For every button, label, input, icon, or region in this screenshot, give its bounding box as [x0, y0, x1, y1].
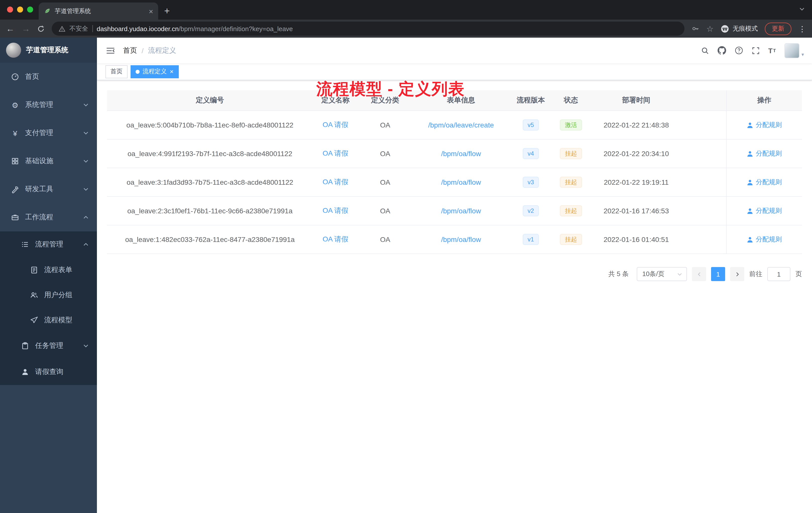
- person-icon: [21, 368, 29, 376]
- form-link[interactable]: /bpm/oa/flow: [441, 235, 481, 243]
- sidebar-item-label: 工作流程: [25, 213, 53, 222]
- definition-name-link[interactable]: OA 请假: [323, 149, 348, 158]
- font-size-icon[interactable]: TT: [768, 47, 776, 55]
- status-tag: 挂起: [560, 205, 582, 216]
- table-row: oa_leave:4:991f2193-7b7f-11ec-a3c8-acde4…: [107, 140, 802, 168]
- tab-search-chevron-icon[interactable]: [799, 6, 805, 12]
- definition-name-link[interactable]: OA 请假: [323, 178, 348, 187]
- form-link[interactable]: /bpm/oa/flow: [441, 178, 481, 186]
- col-header: 定义名称: [313, 90, 358, 111]
- tag-process-definition[interactable]: 流程定义 ×: [130, 65, 178, 78]
- window-controls: [7, 6, 33, 12]
- sidebar-item-process-form[interactable]: 流程表单: [0, 258, 97, 282]
- sidebar-item-dev-tools[interactable]: 研发工具: [0, 175, 97, 203]
- briefcase-icon: [11, 213, 19, 221]
- user-icon: [747, 150, 753, 157]
- fullscreen-icon[interactable]: [752, 47, 760, 55]
- sidebar-item-label: 流程模型: [44, 316, 72, 325]
- breadcrumb-home-link[interactable]: 首页: [123, 46, 137, 55]
- assign-rule-link[interactable]: 分配规则: [747, 206, 782, 215]
- tab-close-icon[interactable]: ×: [149, 7, 153, 15]
- sidebar-item-payment[interactable]: ¥ 支付管理: [0, 119, 97, 147]
- pagination: 共 5 条 10条/页 1 前往 页: [107, 267, 802, 281]
- definition-category: OA: [358, 140, 412, 168]
- form-link[interactable]: /bpm/oa/flow: [441, 150, 481, 158]
- form-link[interactable]: /bpm/oa/leave/create: [428, 121, 494, 129]
- tag-home[interactable]: 首页: [106, 65, 127, 78]
- deploy-time: 2022-01-22 20:34:10: [590, 140, 683, 168]
- chevron-up-icon: [83, 241, 89, 247]
- definition-name-link[interactable]: OA 请假: [323, 206, 348, 215]
- page-size-select[interactable]: 10条/页: [637, 267, 687, 281]
- forward-button[interactable]: →: [22, 24, 30, 33]
- grid-icon: [11, 157, 19, 165]
- col-header: 定义编号: [107, 90, 313, 111]
- sidebar-item-task-management[interactable]: 任务管理: [0, 333, 97, 359]
- omnibox-divider: [92, 25, 93, 32]
- table-row: oa_leave:1:482ec033-762a-11ec-8477-a2380…: [107, 225, 802, 254]
- definition-name-link[interactable]: OA 请假: [323, 120, 348, 129]
- sidebar-item-home[interactable]: 首页: [0, 63, 97, 91]
- col-header: 表单信息: [412, 90, 510, 111]
- sidebar-item-user-group[interactable]: 用户分组: [0, 282, 97, 308]
- hamburger-icon[interactable]: [106, 47, 115, 55]
- back-button[interactable]: ←: [6, 24, 14, 33]
- bookmark-star-icon[interactable]: ☆: [706, 24, 714, 33]
- definition-name-link[interactable]: OA 请假: [323, 235, 348, 244]
- sidebar-item-workflow[interactable]: 工作流程: [0, 203, 97, 232]
- logo-title: 芋道管理系统: [26, 46, 68, 55]
- pagination-total: 共 5 条: [608, 270, 629, 279]
- definition-category: OA: [358, 225, 412, 253]
- sidebar-item-process-management[interactable]: 流程管理: [0, 232, 97, 258]
- user-menu[interactable]: ▾: [784, 43, 804, 58]
- form-link[interactable]: /bpm/oa/flow: [441, 207, 481, 215]
- deploy-time: 2022-01-22 21:48:38: [590, 111, 683, 139]
- chevron-up-icon: [83, 214, 89, 220]
- sidebar-item-leave-query[interactable]: 请假查询: [0, 359, 97, 385]
- minimize-window-button[interactable]: [17, 6, 23, 12]
- assign-rule-link[interactable]: 分配规则: [747, 178, 782, 187]
- definition-id: oa_leave:3:1fad3d93-7b75-11ec-a3c8-acde4…: [107, 168, 313, 196]
- sidebar-item-process-model[interactable]: 流程模型: [0, 308, 97, 333]
- gear-icon: ⚙: [11, 101, 19, 109]
- browser-tab[interactable]: 芋道管理系统 ×: [39, 2, 158, 20]
- reload-button[interactable]: [37, 25, 45, 32]
- table-row: oa_leave:3:1fad3d93-7b75-11ec-a3c8-acde4…: [107, 168, 802, 197]
- status-tag: 挂起: [560, 177, 582, 188]
- assign-rule-link[interactable]: 分配规则: [747, 120, 782, 129]
- zoom-window-button[interactable]: [27, 6, 33, 12]
- password-key-icon[interactable]: [691, 25, 699, 33]
- sidebar-item-system[interactable]: ⚙ 系统管理: [0, 91, 97, 119]
- browser-menu-icon[interactable]: ⋮: [799, 25, 806, 32]
- chrome-update-button[interactable]: 更新: [765, 22, 791, 35]
- definition-id: oa_leave:2:3c1f0ef1-76b1-11ec-9c66-a2380…: [107, 197, 313, 225]
- chevron-down-icon: [83, 130, 89, 136]
- page-1-button[interactable]: 1: [711, 267, 725, 281]
- active-dot: [136, 69, 140, 73]
- yen-icon: ¥: [11, 129, 19, 137]
- github-icon[interactable]: [718, 46, 726, 55]
- table-row: oa_leave:2:3c1f0ef1-76b1-11ec-9c66-a2380…: [107, 197, 802, 225]
- next-page-button[interactable]: [730, 267, 744, 281]
- definition-id: oa_leave:1:482ec033-762a-11ec-8477-a2380…: [107, 225, 313, 253]
- assign-rule-link[interactable]: 分配规则: [747, 235, 782, 244]
- tag-close-icon[interactable]: ×: [170, 68, 174, 75]
- goto-page-input[interactable]: [767, 267, 790, 281]
- users-icon: [30, 291, 38, 299]
- definition-id: oa_leave:4:991f2193-7b7f-11ec-a3c8-acde4…: [107, 140, 313, 168]
- paper-plane-icon: [30, 316, 38, 324]
- new-tab-button[interactable]: +: [164, 5, 170, 17]
- sidebar-item-label: 流程表单: [44, 266, 72, 275]
- prev-page-button[interactable]: [692, 267, 706, 281]
- close-window-button[interactable]: [7, 6, 13, 12]
- assign-rule-link[interactable]: 分配规则: [747, 149, 782, 158]
- search-icon[interactable]: [701, 47, 709, 55]
- sidebar-item-infrastructure[interactable]: 基础设施: [0, 147, 97, 175]
- url-bar[interactable]: 不安全 dashboard.yudao.iocoder.cn/bpm/manag…: [52, 22, 684, 36]
- deploy-time: 2022-01-16 17:46:53: [590, 197, 683, 225]
- user-icon: [747, 236, 753, 243]
- incognito-badge[interactable]: 无痕模式: [721, 24, 758, 33]
- definition-category: OA: [358, 111, 412, 139]
- help-icon[interactable]: [735, 46, 743, 55]
- sidebar-item-label: 任务管理: [35, 341, 63, 350]
